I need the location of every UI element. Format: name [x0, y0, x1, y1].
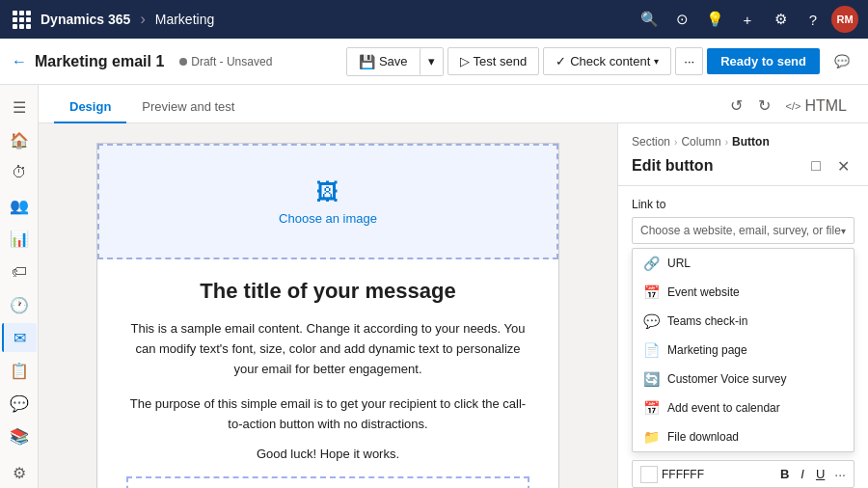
sidebar-item-settings[interactable]: ⚙ — [2, 459, 37, 488]
breadcrumb-current: Button — [732, 135, 770, 149]
link-dropdown-placeholder: Choose a website, email, survey, or file — [640, 224, 841, 237]
sidebar-item-chat[interactable]: 💬 — [2, 390, 37, 419]
tab-preview[interactable]: Preview and test — [126, 92, 250, 123]
help-icon[interactable]: ? — [799, 5, 827, 34]
panel-body: Link to Choose a website, email, survey,… — [618, 186, 868, 488]
email-button-section[interactable]: Download PDF — [126, 476, 529, 488]
dropdown-item-add-event[interactable]: 📅 Add event to calendar — [633, 393, 854, 422]
email-body: The title of your message This is a samp… — [97, 259, 558, 488]
user-avatar[interactable]: RM — [831, 6, 858, 33]
file-download-icon: 📁 — [642, 429, 660, 445]
add-event-icon: 📅 — [642, 400, 660, 416]
html-button[interactable]: </> HTML — [780, 95, 853, 117]
breadcrumb: Section › Column › Button — [632, 135, 854, 149]
underline-button[interactable]: U — [812, 465, 828, 483]
app-name: Dynamics 365 — [41, 12, 130, 27]
email-image-placeholder[interactable]: 🖼 Choose an image — [97, 144, 558, 259]
italic-button[interactable]: I — [797, 465, 808, 483]
text-color-hex[interactable]: FFFFFF — [662, 468, 773, 481]
test-send-button[interactable]: ▷ Test send — [448, 47, 540, 75]
dropdown-item-file-label: File download — [667, 430, 739, 444]
expand-icon[interactable]: □ — [804, 154, 827, 177]
tasks-icon[interactable]: ⊙ — [667, 5, 696, 34]
edit-panel: Section › Column › Button Edit button □ … — [617, 123, 868, 488]
breadcrumb-section[interactable]: Section — [632, 135, 670, 149]
draft-status-text: Draft - Unsaved — [191, 55, 272, 68]
more-options-button[interactable]: ··· — [675, 47, 703, 75]
email-body-text2[interactable]: The purpose of this simple email is to g… — [126, 394, 529, 435]
action-buttons: 💾 Save ▾ ▷ Test send ✓ Check content ▾ ·… — [346, 47, 820, 76]
dropdown-item-marketing-label: Marketing page — [667, 343, 747, 357]
tab-design[interactable]: Design — [54, 92, 126, 123]
text-format-bar: FFFFFF B I U ··· — [632, 460, 854, 488]
main-content: 🖼 Choose an image The title of your mess… — [39, 123, 868, 488]
teams-icon: 💬 — [642, 313, 660, 329]
plus-icon[interactable]: + — [733, 5, 762, 34]
dropdown-item-url[interactable]: 🔗 URL — [633, 249, 854, 278]
voice-survey-icon: 🔄 — [642, 371, 660, 387]
email-goodluck-text[interactable]: Good luck! Hope it works. — [126, 447, 529, 461]
secondary-navigation: ← Marketing email 1 Draft - Unsaved 💾 Sa… — [0, 39, 868, 85]
dropdown-item-survey-label: Customer Voice survey — [667, 372, 786, 386]
tabs-bar: Design Preview and test ↺ ↻ </> HTML — [39, 85, 868, 123]
sidebar-item-pages[interactable]: 📋 — [2, 356, 37, 385]
dropdown-item-teams[interactable]: 💬 Teams check-in — [633, 307, 854, 336]
dropdown-item-file-download[interactable]: 📁 File download — [633, 422, 854, 451]
dropdown-item-marketing-page[interactable]: 📄 Marketing page — [633, 336, 854, 365]
app-grid-icon[interactable] — [10, 8, 33, 31]
module-name: Marketing — [155, 12, 214, 27]
dropdown-item-teams-label: Teams check-in — [667, 314, 747, 328]
save-button[interactable]: 💾 Save — [347, 48, 420, 75]
top-nav-icons: 🔍 ⊙ 💡 + ⚙ ? RM — [635, 5, 858, 34]
sidebar-item-contacts[interactable]: 👥 — [2, 192, 37, 221]
breadcrumb-column[interactable]: Column — [681, 135, 720, 149]
check-content-button[interactable]: ✓ Check content ▾ — [543, 47, 671, 75]
draft-badge: Draft - Unsaved — [179, 55, 272, 68]
chevron-down-icon: ▾ — [841, 226, 846, 236]
image-icon: 🖼 — [316, 178, 339, 205]
sidebar-item-tags[interactable]: 🏷 — [2, 258, 37, 286]
email-body-text1[interactable]: This is a sample email content. Change i… — [126, 319, 529, 379]
link-to-label: Link to — [632, 198, 854, 211]
marketing-page-icon: 📄 — [642, 342, 660, 358]
ready-to-send-button[interactable]: Ready to send — [707, 48, 820, 74]
undo-redo-group: ↺ ↻ </> HTML — [724, 95, 853, 122]
sidebar-item-email[interactable]: ✉ — [2, 323, 37, 352]
dropdown-item-event-website[interactable]: 📅 Event website — [633, 278, 854, 307]
dropdown-item-voice-survey[interactable]: 🔄 Customer Voice survey — [633, 365, 854, 393]
link-to-dropdown[interactable]: Choose a website, email, survey, or file… — [632, 217, 854, 244]
text-color-swatch[interactable] — [640, 466, 658, 483]
save-dropdown-arrow[interactable]: ▾ — [420, 48, 443, 75]
url-icon: 🔗 — [642, 256, 660, 271]
sidebar-item-segments[interactable]: 📊 — [2, 225, 37, 254]
breadcrumb-chevron1: › — [674, 137, 677, 148]
lightbulb-icon[interactable]: 💡 — [700, 5, 729, 34]
link-type-dropdown-open: 🔗 URL 📅 Event website 💬 Teams check-in 📄… — [632, 248, 854, 452]
email-title[interactable]: The title of your message — [126, 279, 529, 304]
sidebar-item-history[interactable]: 🕐 — [2, 290, 37, 319]
bold-button[interactable]: B — [776, 465, 793, 483]
sidebar-item-recent[interactable]: ⏱ — [2, 158, 37, 187]
close-icon[interactable]: ✕ — [831, 154, 854, 177]
email-preview-area: 🖼 Choose an image The title of your mess… — [39, 123, 617, 488]
dropdown-item-add-event-label: Add event to calendar — [667, 401, 780, 415]
left-sidebar: ☰ 🏠 ⏱ 👥 📊 🏷 🕐 ✉ 📋 💬 📚 ⚙ — [0, 85, 39, 488]
sidebar-item-menu[interactable]: ☰ — [2, 93, 37, 122]
undo-button[interactable]: ↺ — [724, 95, 748, 117]
panel-title-row: Edit button □ ✕ — [632, 154, 854, 177]
panel-title: Edit button — [632, 157, 713, 175]
more-format-icon[interactable]: ··· — [834, 467, 846, 482]
redo-button[interactable]: ↻ — [752, 95, 776, 117]
status-dot — [179, 58, 187, 66]
page-title: Marketing email 1 — [35, 53, 164, 70]
settings-icon[interactable]: ⚙ — [766, 5, 795, 34]
search-icon[interactable]: 🔍 — [635, 5, 664, 34]
top-navigation: Dynamics 365 › Marketing 🔍 ⊙ 💡 + ⚙ ? RM — [0, 0, 868, 39]
back-button[interactable]: ← — [12, 53, 27, 70]
nav-separator: › — [140, 11, 145, 28]
breadcrumb-chevron2: › — [725, 137, 728, 148]
sidebar-item-home[interactable]: 🏠 — [2, 125, 37, 154]
comments-icon[interactable]: 💬 — [827, 47, 856, 76]
sidebar-item-library[interactable]: 📚 — [2, 422, 37, 451]
choose-image-label: Choose an image — [279, 211, 377, 226]
